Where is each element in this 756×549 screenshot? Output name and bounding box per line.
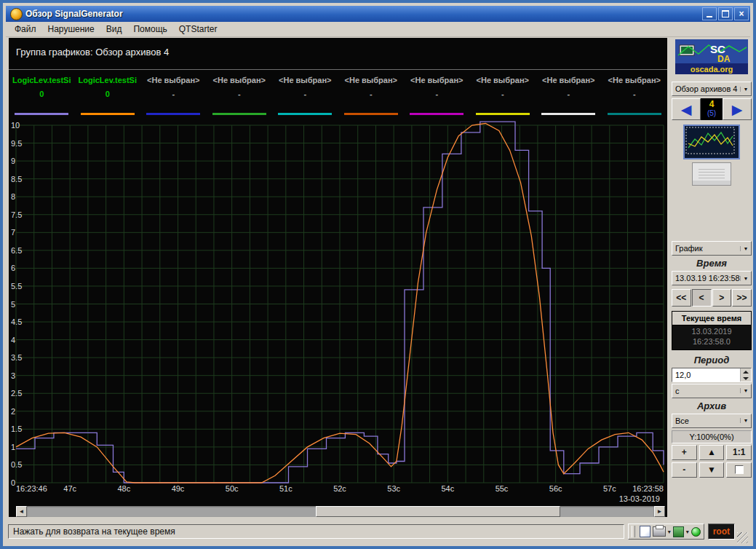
- thumbnail-graph-selected[interactable]: [683, 125, 740, 159]
- oscada-logo: SC DA oscada.org: [675, 39, 748, 74]
- thumbnail-document[interactable]: [692, 162, 731, 186]
- scroll-right-button[interactable]: ►: [654, 506, 665, 517]
- close-button[interactable]: ×: [734, 7, 749, 20]
- menu-view[interactable]: Вид: [100, 23, 128, 36]
- legend-signal-name: LogicLev.testSi: [75, 76, 141, 84]
- current-time-box: Текущее время 13.03.2019 16:23:58.0: [672, 311, 752, 350]
- total-pages: (5): [701, 109, 723, 117]
- printer-menu-arrow-icon[interactable]: ▾: [668, 529, 671, 535]
- current-time-label: Текущее время: [672, 312, 751, 325]
- legend-cell[interactable]: <Не выбран>-: [470, 70, 536, 119]
- system-tray: ▾ ▾: [628, 524, 704, 540]
- oscada-logo-image: SC DA oscada.org: [675, 39, 748, 74]
- legend-color-bar: [146, 113, 200, 115]
- reset-scale-button[interactable]: 1:1: [726, 445, 752, 460]
- left-arrow-icon: ◀: [681, 103, 692, 116]
- view-mode-value: График: [675, 244, 740, 253]
- right-arrow-icon: ▶: [732, 103, 743, 116]
- legend-cell[interactable]: <Не выбран>-: [140, 70, 207, 119]
- period-section-label: Период: [672, 355, 752, 366]
- document-icon[interactable]: [640, 526, 650, 537]
- menu-file[interactable]: Файл: [9, 23, 42, 36]
- time-fast-forward-button[interactable]: >>: [732, 289, 752, 307]
- window-title: Обзор SignalGenerator: [25, 9, 701, 19]
- legend-signal-name: <Не выбран>: [272, 76, 338, 84]
- chart-plot: [9, 119, 667, 506]
- page-navigation: ◀ 4 (5) ▶: [672, 98, 752, 120]
- scroll-track[interactable]: [27, 506, 654, 517]
- application-window: Обзор SignalGenerator × Файл Нарушение В…: [0, 0, 756, 549]
- chevron-down-icon: ▼: [740, 418, 751, 423]
- legend-signal-value: -: [207, 90, 273, 98]
- minimize-button[interactable]: [702, 7, 717, 20]
- legend-signal-name: <Не выбран>: [140, 76, 207, 84]
- time-back-button[interactable]: <: [692, 289, 712, 307]
- maximize-button[interactable]: [718, 7, 733, 20]
- fit-toggle-button[interactable]: [726, 462, 752, 478]
- tray-handle[interactable]: [632, 526, 635, 537]
- scroll-thumb[interactable]: [316, 506, 560, 517]
- resize-grip[interactable]: [737, 532, 748, 543]
- archive-select-value: Все: [675, 416, 740, 425]
- legend-signal-name: <Не выбран>: [338, 76, 405, 84]
- page-thumbnails: [672, 125, 752, 186]
- legend-cell[interactable]: <Не выбран>-: [207, 70, 273, 119]
- next-page-button[interactable]: ▶: [723, 98, 752, 120]
- chevron-down-icon: ▼: [740, 388, 751, 393]
- minimize-icon: [707, 16, 712, 17]
- spin-up-icon[interactable]: [741, 368, 751, 375]
- chevron-down-icon: ▼: [740, 246, 751, 251]
- graphs-workspace: Группа графиков: Обзор архивов 4 LogicLe…: [9, 38, 667, 517]
- legend-cell[interactable]: <Не выбран>-: [272, 70, 338, 119]
- chart-area[interactable]: 13-03-2019 00.511.522.533.544.555.566.57…: [9, 119, 667, 506]
- zoom-in-button[interactable]: +: [672, 445, 697, 460]
- zoom-out-button[interactable]: -: [672, 462, 697, 478]
- menu-violation[interactable]: Нарушение: [42, 23, 100, 36]
- view-mode-select[interactable]: График ▼: [672, 241, 752, 256]
- menu-qtstarter[interactable]: QTStarter: [173, 23, 223, 36]
- legend-signal-value: -: [338, 90, 405, 98]
- current-date-value: 13.03.2019: [672, 327, 751, 337]
- archivator-menu-arrow-icon[interactable]: ▾: [686, 529, 689, 535]
- menu-bar: Файл Нарушение Вид Помощь QTStarter: [6, 22, 750, 37]
- legend-cell[interactable]: LogicLev.testSi0: [9, 70, 75, 119]
- legend-cell[interactable]: <Не выбран>-: [602, 70, 668, 119]
- period-unit-select[interactable]: с ▼: [672, 384, 752, 398]
- shift-up-button[interactable]: ▲: [699, 445, 725, 460]
- prev-page-button[interactable]: ◀: [672, 98, 701, 120]
- spin-down-icon[interactable]: [741, 375, 751, 382]
- legend-signal-value: -: [404, 90, 470, 98]
- printer-icon[interactable]: [653, 526, 666, 537]
- archive-select[interactable]: Все ▼: [672, 414, 752, 428]
- menu-help[interactable]: Помощь: [127, 23, 172, 36]
- svg-text:DA: DA: [717, 54, 731, 64]
- signal-legend: LogicLev.testSi0LogicLev.testSi0<Не выбр…: [9, 70, 667, 119]
- svg-text:oscada.org: oscada.org: [691, 65, 733, 74]
- shift-down-button[interactable]: ▼: [699, 462, 725, 478]
- legend-signal-name: <Не выбран>: [602, 76, 668, 84]
- time-fast-back-button[interactable]: <<: [672, 289, 691, 307]
- fit-toggle-icon: [735, 465, 744, 474]
- time-select[interactable]: 13.03.19 16:23:58 ▼: [672, 271, 752, 285]
- time-forward-button[interactable]: >: [712, 289, 732, 307]
- legend-cell[interactable]: <Не выбран>-: [536, 70, 602, 119]
- chart-horizontal-scrollbar[interactable]: ◄ ►: [16, 506, 665, 517]
- archivator-icon[interactable]: [673, 526, 684, 537]
- legend-signal-name: <Не выбран>: [470, 76, 536, 84]
- legend-cell[interactable]: <Не выбран>-: [338, 70, 405, 119]
- period-spinbox[interactable]: 12,0: [672, 368, 752, 382]
- user-indicator: root: [708, 524, 735, 540]
- legend-color-bar: [344, 113, 398, 115]
- page-indicator: 4 (5): [701, 98, 723, 120]
- graph-group-title: Группа графиков: Обзор архивов 4: [9, 38, 667, 70]
- archive-group-select[interactable]: Обзор архивов 4 ▼: [672, 82, 752, 96]
- legend-signal-name: <Не выбран>: [536, 76, 602, 84]
- archive-section-label: Архив: [672, 400, 752, 412]
- title-bar[interactable]: Обзор SignalGenerator ×: [6, 6, 750, 22]
- legend-cell[interactable]: <Не выбран>-: [404, 70, 470, 119]
- legend-cell[interactable]: LogicLev.testSi0: [75, 70, 141, 119]
- time-navigation: << < > >>: [672, 289, 752, 307]
- scroll-left-button[interactable]: ◄: [16, 506, 27, 517]
- legend-signal-value: -: [272, 90, 338, 98]
- time-select-value: 13.03.19 16:23:58: [675, 274, 740, 283]
